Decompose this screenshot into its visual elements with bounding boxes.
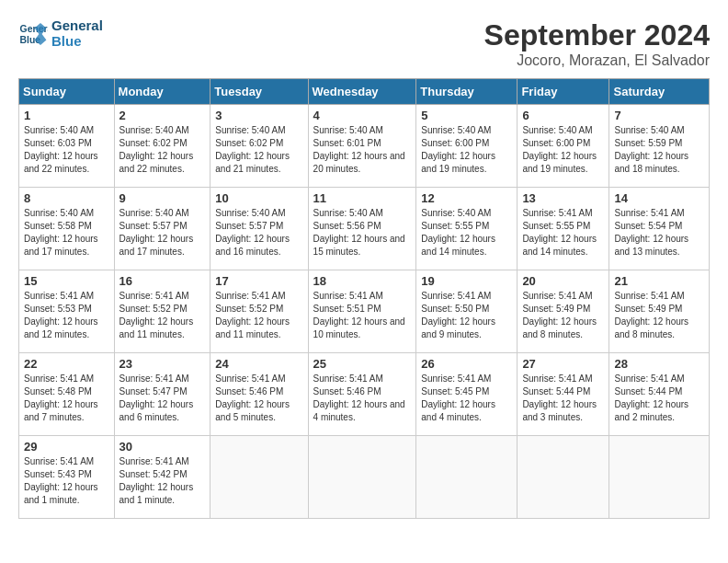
calendar-cell: 15 Sunrise: 5:41 AMSunset: 5:53 PMDaylig… — [19, 270, 115, 353]
day-number: 2 — [119, 109, 206, 122]
day-number: 14 — [614, 191, 704, 205]
calendar-cell: 5 Sunrise: 5:40 AMSunset: 6:00 PMDayligh… — [416, 105, 518, 188]
calendar-cell: 13 Sunrise: 5:41 AMSunset: 5:55 PMDaylig… — [518, 188, 609, 270]
day-number: 22 — [24, 357, 109, 371]
calendar-cell: 27 Sunrise: 5:41 AMSunset: 5:44 PMDaylig… — [518, 353, 609, 436]
day-detail: Sunrise: 5:41 AMSunset: 5:50 PMDaylight:… — [421, 291, 495, 339]
day-number: 29 — [24, 440, 109, 454]
day-header-wednesday: Wednesday — [308, 79, 416, 105]
day-detail: Sunrise: 5:40 AMSunset: 5:58 PMDaylight:… — [24, 208, 98, 257]
day-detail: Sunrise: 5:41 AMSunset: 5:48 PMDaylight:… — [24, 373, 98, 422]
calendar-cell — [308, 436, 416, 519]
day-detail: Sunrise: 5:41 AMSunset: 5:55 PMDaylight:… — [522, 208, 597, 257]
day-header-friday: Friday — [518, 79, 609, 105]
week-row-5: 29 Sunrise: 5:41 AMSunset: 5:43 PMDaylig… — [19, 436, 710, 519]
calendar-cell: 3 Sunrise: 5:40 AMSunset: 6:02 PMDayligh… — [210, 105, 308, 188]
day-number: 6 — [522, 109, 604, 122]
day-detail: Sunrise: 5:40 AMSunset: 6:01 PMDaylight:… — [313, 125, 405, 174]
day-number: 18 — [313, 274, 412, 288]
calendar-header-row: SundayMondayTuesdayWednesdayThursdayFrid… — [19, 79, 710, 105]
day-number: 3 — [215, 109, 302, 122]
logo: General Blue General Blue — [18, 18, 103, 49]
day-number: 27 — [522, 357, 604, 371]
day-detail: Sunrise: 5:40 AMSunset: 6:03 PMDaylight:… — [24, 125, 98, 174]
day-detail: Sunrise: 5:41 AMSunset: 5:46 PMDaylight:… — [215, 373, 290, 422]
day-detail: Sunrise: 5:40 AMSunset: 5:55 PMDaylight:… — [421, 208, 495, 257]
logo-text: General Blue — [51, 18, 103, 49]
day-detail: Sunrise: 5:41 AMSunset: 5:52 PMDaylight:… — [215, 291, 290, 339]
calendar-cell: 19 Sunrise: 5:41 AMSunset: 5:50 PMDaylig… — [416, 270, 518, 353]
day-number: 4 — [313, 109, 412, 122]
day-detail: Sunrise: 5:40 AMSunset: 6:00 PMDaylight:… — [421, 125, 495, 174]
calendar-cell: 21 Sunrise: 5:41 AMSunset: 5:49 PMDaylig… — [609, 270, 710, 353]
calendar-cell: 29 Sunrise: 5:41 AMSunset: 5:43 PMDaylig… — [19, 436, 115, 519]
day-detail: Sunrise: 5:41 AMSunset: 5:52 PMDaylight:… — [119, 291, 194, 339]
day-detail: Sunrise: 5:41 AMSunset: 5:43 PMDaylight:… — [24, 456, 98, 505]
day-number: 15 — [24, 274, 109, 288]
calendar-cell: 11 Sunrise: 5:40 AMSunset: 5:56 PMDaylig… — [308, 188, 416, 270]
week-row-4: 22 Sunrise: 5:41 AMSunset: 5:48 PMDaylig… — [19, 353, 710, 436]
calendar-cell: 17 Sunrise: 5:41 AMSunset: 5:52 PMDaylig… — [210, 270, 308, 353]
day-number: 25 — [313, 357, 412, 371]
day-detail: Sunrise: 5:41 AMSunset: 5:42 PMDaylight:… — [119, 456, 194, 505]
calendar-cell: 28 Sunrise: 5:41 AMSunset: 5:44 PMDaylig… — [609, 353, 710, 436]
calendar-cell: 25 Sunrise: 5:41 AMSunset: 5:46 PMDaylig… — [308, 353, 416, 436]
day-number: 9 — [119, 191, 206, 205]
day-number: 13 — [522, 191, 604, 205]
day-number: 20 — [522, 274, 604, 288]
week-row-3: 15 Sunrise: 5:41 AMSunset: 5:53 PMDaylig… — [19, 270, 710, 353]
calendar-cell: 2 Sunrise: 5:40 AMSunset: 6:02 PMDayligh… — [114, 105, 210, 188]
week-row-1: 1 Sunrise: 5:40 AMSunset: 6:03 PMDayligh… — [19, 105, 710, 188]
day-detail: Sunrise: 5:40 AMSunset: 5:56 PMDaylight:… — [313, 208, 405, 257]
calendar-cell: 8 Sunrise: 5:40 AMSunset: 5:58 PMDayligh… — [19, 188, 115, 270]
calendar-cell: 10 Sunrise: 5:40 AMSunset: 5:57 PMDaylig… — [210, 188, 308, 270]
calendar-cell: 20 Sunrise: 5:41 AMSunset: 5:49 PMDaylig… — [518, 270, 609, 353]
main-title: September 2024 — [484, 18, 710, 52]
day-number: 1 — [24, 109, 109, 122]
calendar-cell: 14 Sunrise: 5:41 AMSunset: 5:54 PMDaylig… — [609, 188, 710, 270]
day-detail: Sunrise: 5:41 AMSunset: 5:49 PMDaylight:… — [614, 291, 688, 339]
day-number: 7 — [614, 109, 704, 122]
day-detail: Sunrise: 5:41 AMSunset: 5:47 PMDaylight:… — [119, 373, 194, 422]
calendar-cell — [416, 436, 518, 519]
calendar-cell — [609, 436, 710, 519]
logo-icon: General Blue — [18, 19, 48, 49]
day-header-monday: Monday — [114, 79, 210, 105]
day-number: 11 — [313, 191, 412, 205]
day-number: 19 — [421, 274, 512, 288]
subtitle: Jocoro, Morazan, El Salvador — [484, 52, 710, 69]
day-detail: Sunrise: 5:41 AMSunset: 5:54 PMDaylight:… — [614, 208, 688, 257]
day-detail: Sunrise: 5:41 AMSunset: 5:45 PMDaylight:… — [421, 373, 495, 422]
calendar-cell: 16 Sunrise: 5:41 AMSunset: 5:52 PMDaylig… — [114, 270, 210, 353]
calendar-cell: 18 Sunrise: 5:41 AMSunset: 5:51 PMDaylig… — [308, 270, 416, 353]
day-detail: Sunrise: 5:41 AMSunset: 5:53 PMDaylight:… — [24, 291, 98, 339]
day-detail: Sunrise: 5:40 AMSunset: 6:00 PMDaylight:… — [522, 125, 597, 174]
day-number: 12 — [421, 191, 512, 205]
day-number: 28 — [614, 357, 704, 371]
day-number: 23 — [119, 357, 206, 371]
day-number: 17 — [215, 274, 302, 288]
day-detail: Sunrise: 5:40 AMSunset: 5:59 PMDaylight:… — [614, 125, 688, 174]
calendar-cell: 1 Sunrise: 5:40 AMSunset: 6:03 PMDayligh… — [19, 105, 115, 188]
week-row-2: 8 Sunrise: 5:40 AMSunset: 5:58 PMDayligh… — [19, 188, 710, 270]
calendar-cell: 4 Sunrise: 5:40 AMSunset: 6:01 PMDayligh… — [308, 105, 416, 188]
day-detail: Sunrise: 5:41 AMSunset: 5:51 PMDaylight:… — [313, 291, 405, 339]
calendar-cell — [518, 436, 609, 519]
day-detail: Sunrise: 5:41 AMSunset: 5:49 PMDaylight:… — [522, 291, 597, 339]
calendar-cell: 30 Sunrise: 5:41 AMSunset: 5:42 PMDaylig… — [114, 436, 210, 519]
day-header-thursday: Thursday — [416, 79, 518, 105]
calendar-cell: 26 Sunrise: 5:41 AMSunset: 5:45 PMDaylig… — [416, 353, 518, 436]
calendar-cell: 7 Sunrise: 5:40 AMSunset: 5:59 PMDayligh… — [609, 105, 710, 188]
day-header-sunday: Sunday — [19, 79, 115, 105]
day-detail: Sunrise: 5:41 AMSunset: 5:44 PMDaylight:… — [614, 373, 688, 422]
calendar-cell: 9 Sunrise: 5:40 AMSunset: 5:57 PMDayligh… — [114, 188, 210, 270]
day-detail: Sunrise: 5:41 AMSunset: 5:46 PMDaylight:… — [313, 373, 405, 422]
day-detail: Sunrise: 5:40 AMSunset: 6:02 PMDaylight:… — [119, 125, 194, 174]
day-detail: Sunrise: 5:41 AMSunset: 5:44 PMDaylight:… — [522, 373, 597, 422]
day-number: 26 — [421, 357, 512, 371]
day-number: 8 — [24, 191, 109, 205]
day-detail: Sunrise: 5:40 AMSunset: 6:02 PMDaylight:… — [215, 125, 290, 174]
day-number: 21 — [614, 274, 704, 288]
header: General Blue General Blue September 2024… — [18, 18, 710, 69]
calendar-cell: 6 Sunrise: 5:40 AMSunset: 6:00 PMDayligh… — [518, 105, 609, 188]
